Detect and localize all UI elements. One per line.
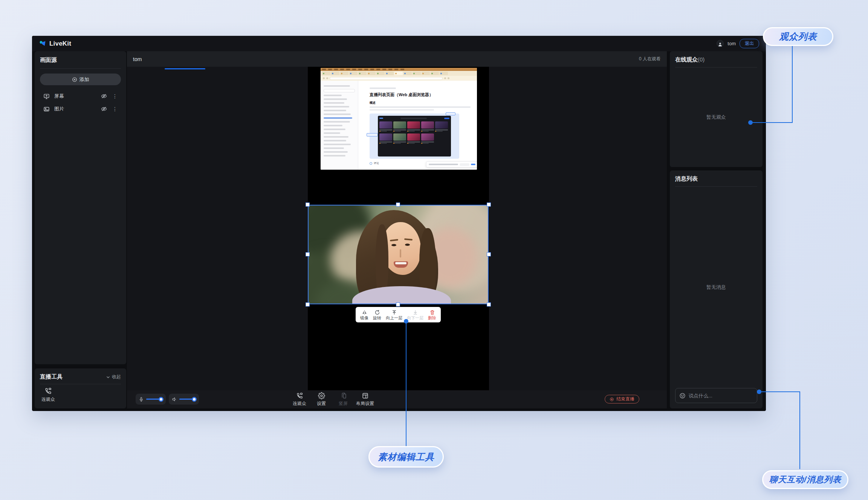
add-source-button[interactable]: 添加 xyxy=(40,74,121,85)
emoji-icon[interactable] xyxy=(679,393,686,399)
call-screen-icon xyxy=(296,392,303,399)
bring-forward-button[interactable]: 向上一层 xyxy=(386,310,402,320)
audio-level-bar xyxy=(165,68,205,69)
doc-browser-toast xyxy=(426,161,477,167)
sources-panel: 画面源 添加 屏幕 xyxy=(35,51,126,364)
visibility-off-icon[interactable] xyxy=(101,93,107,99)
messages-empty-text: 暂无消息 xyxy=(706,284,726,291)
portrait-screen-icon xyxy=(340,392,347,399)
doc-comment-label: 评论 xyxy=(374,161,379,165)
resize-handle-s[interactable] xyxy=(396,302,400,307)
audience-empty-text: 暂无观众 xyxy=(706,114,726,121)
visibility-off-icon[interactable] xyxy=(101,106,107,112)
source-row-screen[interactable]: 屏幕 ⋮ xyxy=(40,90,121,103)
material-edit-toolbar: 镜像 旋转 向上一层 向下一层 xyxy=(356,307,441,322)
username: tom xyxy=(727,41,736,46)
divider xyxy=(40,68,121,69)
logout-button[interactable]: 退出 xyxy=(740,39,759,48)
resize-handle-n[interactable] xyxy=(396,202,400,207)
send-backward-button: 向下一层 xyxy=(407,310,423,320)
callout-line xyxy=(406,324,406,446)
layout-settings-button[interactable]: 布局设置 xyxy=(356,392,374,407)
doc-screenshot-layer[interactable]: 直播列表页面（Web 桌面浏览器） 概述 xyxy=(321,68,477,170)
chat-input-box[interactable] xyxy=(675,388,757,403)
source-label: 图片 xyxy=(54,106,96,112)
livekit-logo-icon xyxy=(39,40,46,48)
mic-slider-knob[interactable] xyxy=(159,397,164,402)
resize-handle-se[interactable] xyxy=(487,302,491,307)
collapse-toggle[interactable]: 收起 xyxy=(106,374,121,380)
live-tools-title: 直播工具 xyxy=(40,373,63,380)
app-header: LiveKit tom 退出 xyxy=(32,36,766,51)
resize-handle-nw[interactable] xyxy=(306,202,310,207)
divider xyxy=(40,384,121,384)
image-icon xyxy=(43,106,50,112)
chevron-down-icon xyxy=(106,375,110,379)
stream-canvas[interactable]: 直播列表页面（Web 桌面浏览器） 概述 xyxy=(308,67,489,390)
plus-circle-icon xyxy=(72,77,77,82)
rotate-icon xyxy=(374,310,380,315)
call-screen-icon xyxy=(44,387,52,395)
resize-handle-sw[interactable] xyxy=(306,302,310,307)
source-row-image[interactable]: 图片 ⋮ xyxy=(40,103,121,115)
doc-title: 直播列表页面（Web 桌面浏览器） xyxy=(370,92,477,98)
doc-content: 直播列表页面（Web 桌面浏览器） 概述 xyxy=(358,81,477,170)
callout-material-tools: 素材编辑工具 xyxy=(368,446,444,468)
doc-heading: 概述 xyxy=(370,101,477,105)
avatar[interactable] xyxy=(717,40,724,47)
live-tools-panel: 直播工具 收起 连观众 xyxy=(35,368,126,408)
callout-chat-list: 聊天互动/消息列表 xyxy=(762,470,848,489)
portrait-photo xyxy=(308,205,489,304)
delete-button[interactable]: 删除 xyxy=(428,310,436,320)
stage-header: tom 0 人在观看 xyxy=(127,51,667,67)
audience-title: 在线观众(0) xyxy=(670,51,763,67)
resize-handle-w[interactable] xyxy=(306,252,310,256)
portrait-mode-button: 竖屏 xyxy=(334,392,352,407)
end-live-button[interactable]: 结束直播 xyxy=(605,395,639,403)
resize-handle-ne[interactable] xyxy=(487,202,491,207)
connect-audience-tool[interactable]: 连观众 xyxy=(39,387,57,403)
doc-menubar xyxy=(321,68,477,71)
callout-dot xyxy=(748,120,753,125)
callout-dot xyxy=(404,319,408,324)
messages-panel: 消息列表 暂无消息 xyxy=(670,170,763,408)
photo-layer-selected[interactable] xyxy=(308,205,489,304)
rotate-button[interactable]: 旋转 xyxy=(373,310,381,320)
callout-dot xyxy=(757,390,761,394)
callout-audience-list: 观众列表 xyxy=(763,27,833,46)
stage-owner: tom xyxy=(133,56,142,62)
callout-line xyxy=(799,391,800,469)
flip-horizontal-icon xyxy=(362,310,367,315)
doc-urlbar xyxy=(321,76,477,81)
messages-title: 消息列表 xyxy=(670,170,763,186)
sources-title: 画面源 xyxy=(40,57,121,64)
person-icon xyxy=(718,42,723,47)
mic-volume-slider[interactable] xyxy=(136,394,166,405)
header-right: tom 退出 xyxy=(717,39,759,48)
more-options-icon[interactable]: ⋮ xyxy=(112,93,118,99)
audience-panel: 在线观众(0) 暂无观众 xyxy=(670,51,763,167)
callout-line xyxy=(752,122,793,123)
speaker-volume-slider[interactable] xyxy=(169,394,199,405)
control-buttons: 连观众 设置 竖屏 xyxy=(290,392,374,407)
audience-count: (0) xyxy=(698,56,704,63)
speaker-icon xyxy=(172,397,177,402)
layer-down-icon xyxy=(413,310,418,315)
callout-line xyxy=(792,46,793,123)
trash-icon xyxy=(429,310,435,315)
settings-button[interactable]: 设置 xyxy=(312,392,330,407)
callout-line xyxy=(761,391,800,392)
connect-audience-button[interactable]: 连观众 xyxy=(290,392,309,407)
layer-up-icon xyxy=(391,310,397,315)
bottom-control-bar: 连观众 设置 竖屏 xyxy=(127,390,667,408)
speaker-slider-knob[interactable] xyxy=(192,397,197,402)
more-options-icon[interactable]: ⋮ xyxy=(112,106,118,112)
microphone-icon xyxy=(139,397,144,402)
app-title: LiveKit xyxy=(49,40,71,48)
brand: LiveKit xyxy=(39,40,71,48)
doc-embedded-image xyxy=(370,113,459,159)
mirror-button[interactable]: 镜像 xyxy=(360,310,368,320)
resize-handle-e[interactable] xyxy=(487,252,491,256)
viewer-count: 0 人在观看 xyxy=(639,56,661,62)
chat-input[interactable] xyxy=(689,393,755,399)
